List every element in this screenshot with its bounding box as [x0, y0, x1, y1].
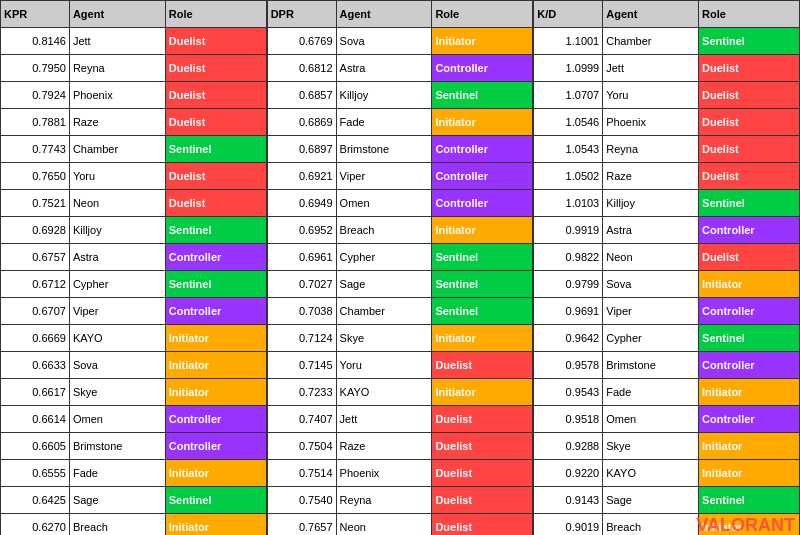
- table-row: 0.9919AstraController: [534, 217, 800, 244]
- kpr-value: 0.7521: [1, 190, 70, 217]
- dpr-role: Initiator: [432, 325, 533, 352]
- kpr-agent: Killjoy: [69, 217, 165, 244]
- dpr-value: 0.6952: [267, 217, 336, 244]
- dpr-value: 0.7514: [267, 460, 336, 487]
- kd-agent-header: Agent: [603, 1, 699, 28]
- kd-value: 0.9799: [534, 271, 603, 298]
- dpr-value: 0.6857: [267, 82, 336, 109]
- kd-agent: KAYO: [603, 460, 699, 487]
- kpr-agent: Sova: [69, 352, 165, 379]
- kd-agent: Astra: [603, 217, 699, 244]
- kd-agent: Cypher: [603, 325, 699, 352]
- kpr-value: 0.6669: [1, 325, 70, 352]
- kpr-agent: Yoru: [69, 163, 165, 190]
- dpr-table: DPR Agent Role 0.6769SovaInitiator0.6812…: [267, 0, 534, 535]
- dpr-role: Controller: [432, 163, 533, 190]
- table-row: 0.7038ChamberSentinel: [267, 298, 533, 325]
- kpr-role: Controller: [165, 433, 266, 460]
- table-row: 0.7407JettDuelist: [267, 406, 533, 433]
- kd-role: Duelist: [699, 55, 800, 82]
- tables-container: KPR Agent Role 0.8146JettDuelist0.7950Re…: [0, 0, 800, 535]
- kpr-value: 0.7743: [1, 136, 70, 163]
- kpr-agent: Neon: [69, 190, 165, 217]
- kd-agent: Chamber: [603, 28, 699, 55]
- dpr-agent: Breach: [336, 217, 432, 244]
- kpr-agent: Chamber: [69, 136, 165, 163]
- kpr-role: Initiator: [165, 514, 266, 536]
- dpr-role: Initiator: [432, 109, 533, 136]
- table-row: 0.6961CypherSentinel: [267, 244, 533, 271]
- table-row: 0.6928KilljoySentinel: [1, 217, 267, 244]
- kd-role: Duelist: [699, 163, 800, 190]
- dpr-agent: Neon: [336, 514, 432, 536]
- table-row: 0.8146JettDuelist: [1, 28, 267, 55]
- kd-value: 0.9578: [534, 352, 603, 379]
- kpr-role: Duelist: [165, 109, 266, 136]
- dpr-role: Controller: [432, 136, 533, 163]
- table-row: 0.7924PhoenixDuelist: [1, 82, 267, 109]
- dpr-role: Controller: [432, 190, 533, 217]
- table-row: 0.9288SkyeInitiator: [534, 433, 800, 460]
- kd-value: 0.9543: [534, 379, 603, 406]
- kd-agent: Neon: [603, 244, 699, 271]
- table-row: 0.6555FadeInitiator: [1, 460, 267, 487]
- kd-agent: Reyna: [603, 136, 699, 163]
- kpr-role: Initiator: [165, 460, 266, 487]
- kd-role: Sentinel: [699, 487, 800, 514]
- table-row: 0.6897BrimstoneController: [267, 136, 533, 163]
- table-row: 0.7027SageSentinel: [267, 271, 533, 298]
- kd-agent: Yoru: [603, 82, 699, 109]
- kd-value: 1.0707: [534, 82, 603, 109]
- table-row: 0.9642CypherSentinel: [534, 325, 800, 352]
- kpr-value: 0.6617: [1, 379, 70, 406]
- dpr-agent: Skye: [336, 325, 432, 352]
- kpr-role: Initiator: [165, 325, 266, 352]
- table-row: 1.0543ReynaDuelist: [534, 136, 800, 163]
- kpr-agent: Viper: [69, 298, 165, 325]
- dpr-role-header: Role: [432, 1, 533, 28]
- dpr-agent-header: Agent: [336, 1, 432, 28]
- kd-agent: Brimstone: [603, 352, 699, 379]
- kpr-role: Sentinel: [165, 136, 266, 163]
- dpr-value: 0.7124: [267, 325, 336, 352]
- kpr-table: KPR Agent Role 0.8146JettDuelist0.7950Re…: [0, 0, 267, 535]
- dpr-agent: KAYO: [336, 379, 432, 406]
- table-row: 1.0707YoruDuelist: [534, 82, 800, 109]
- kd-role: Sentinel: [699, 190, 800, 217]
- kd-value: 0.9019: [534, 514, 603, 536]
- table-row: 0.6757AstraController: [1, 244, 267, 271]
- table-row: 0.6869FadeInitiator: [267, 109, 533, 136]
- kd-role: Initiator: [699, 271, 800, 298]
- table-row: 0.6857KilljoySentinel: [267, 82, 533, 109]
- kpr-agent: Reyna: [69, 55, 165, 82]
- kd-value: 0.9691: [534, 298, 603, 325]
- dpr-role: Initiator: [432, 28, 533, 55]
- kpr-value: 0.6757: [1, 244, 70, 271]
- dpr-role: Duelist: [432, 514, 533, 536]
- table-row: 0.7650YoruDuelist: [1, 163, 267, 190]
- kpr-value: 0.6614: [1, 406, 70, 433]
- table-row: 0.6949OmenController: [267, 190, 533, 217]
- dpr-agent: Phoenix: [336, 460, 432, 487]
- kpr-agent: KAYO: [69, 325, 165, 352]
- kd-value: 1.0999: [534, 55, 603, 82]
- kd-role: Duelist: [699, 136, 800, 163]
- kpr-role: Sentinel: [165, 271, 266, 298]
- table-row: 0.9543FadeInitiator: [534, 379, 800, 406]
- kpr-value: 0.6633: [1, 352, 70, 379]
- kpr-value: 0.6712: [1, 271, 70, 298]
- kd-role: Initiator: [699, 433, 800, 460]
- kpr-value: 0.7924: [1, 82, 70, 109]
- kpr-role: Sentinel: [165, 487, 266, 514]
- kpr-col-header: KPR: [1, 1, 70, 28]
- kd-value: 0.9518: [534, 406, 603, 433]
- kpr-agent: Jett: [69, 28, 165, 55]
- kpr-agent: Breach: [69, 514, 165, 536]
- dpr-value: 0.7027: [267, 271, 336, 298]
- dpr-agent: Cypher: [336, 244, 432, 271]
- kpr-agent: Astra: [69, 244, 165, 271]
- dpr-agent: Sage: [336, 271, 432, 298]
- dpr-value: 0.7504: [267, 433, 336, 460]
- kpr-agent: Brimstone: [69, 433, 165, 460]
- kpr-agent: Cypher: [69, 271, 165, 298]
